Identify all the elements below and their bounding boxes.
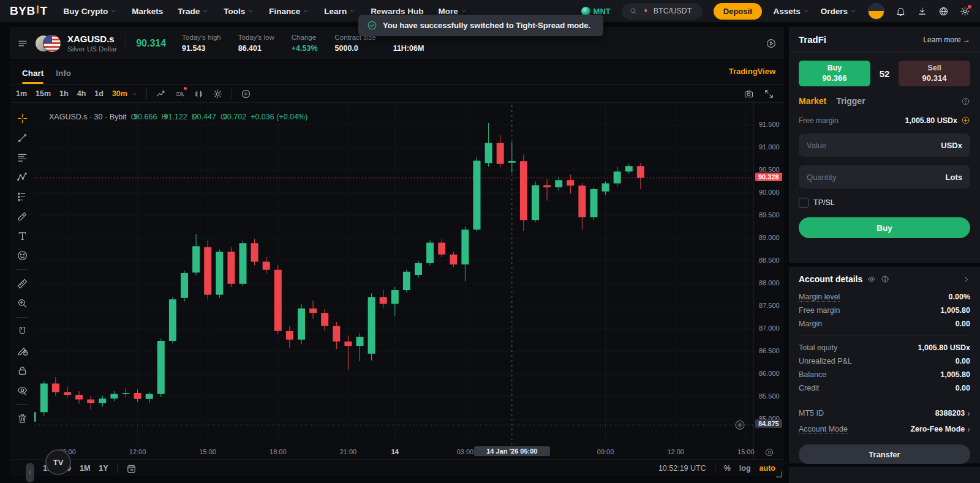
avatar[interactable]: [868, 3, 884, 20]
time-axis[interactable]: 09:0012:0015:0018:0021:001403:0009:0012:…: [10, 444, 784, 460]
account-row-value: 1,005.80: [940, 306, 970, 315]
account-row-label: Free margin: [799, 306, 840, 315]
deposit-button[interactable]: Deposit: [714, 3, 763, 20]
nav-item-label: Tools: [224, 7, 245, 16]
log-scale-button[interactable]: log: [739, 464, 751, 473]
account-row-label: Credit: [799, 384, 819, 392]
account-row-value: 8388203›: [935, 408, 970, 418]
fullscreen-icon[interactable]: [764, 89, 774, 99]
buy-submit-button[interactable]: Buy: [799, 217, 970, 238]
compare-icon[interactable]: [194, 89, 204, 99]
timeframe-4h[interactable]: 4h: [77, 89, 86, 98]
camera-icon[interactable]: [744, 89, 754, 99]
account-row-value: 1,005.80: [940, 370, 970, 379]
price-axis[interactable]: 91.50091.00090.50090.00089.50089.00088.5…: [753, 103, 785, 459]
account-row-account-mode: Account ModeZero-Fee Mode›: [799, 421, 970, 437]
gear-icon[interactable]: [960, 6, 970, 17]
chevron-right-icon[interactable]: [962, 275, 970, 283]
buy-price: 90.366: [823, 73, 847, 83]
help-icon[interactable]: [881, 275, 889, 283]
value-input[interactable]: Value USDx: [799, 133, 970, 157]
toast: You have successfully switched to Tight-…: [358, 15, 603, 36]
search-value: BTC/USDT: [654, 7, 692, 15]
nav-item-tools[interactable]: Tools: [224, 7, 254, 16]
orders-menu[interactable]: Orders: [821, 7, 857, 16]
chevron-down-icon: [850, 7, 857, 15]
symbol-menu-icon[interactable]: [17, 38, 28, 49]
stat-value: 11H:06M: [393, 44, 424, 53]
bell-icon[interactable]: [895, 6, 906, 17]
nav-item-trade[interactable]: Trade: [178, 7, 209, 16]
nav-item-finance[interactable]: Finance: [269, 7, 309, 16]
tpsl-checkbox[interactable]: [799, 198, 809, 208]
stat-value: 86.401: [238, 44, 274, 53]
order-type-tab-list: MarketTrigger: [799, 96, 865, 106]
chevron-down-icon[interactable]: [131, 91, 138, 97]
order-type-trigger[interactable]: Trigger: [836, 96, 865, 106]
nav-item-learn[interactable]: Learn: [324, 7, 356, 16]
download-icon[interactable]: [917, 6, 927, 17]
clock[interactable]: 10:52:19 UTC: [658, 464, 706, 473]
quantity-input-label: Quantity: [807, 173, 836, 182]
collapse-watchlist-button[interactable]: [26, 463, 34, 482]
go-to-date-icon[interactable]: [126, 463, 137, 474]
nav-item-buy-crypto[interactable]: Buy Crypto: [64, 7, 118, 16]
indicators-icon[interactable]: [175, 89, 185, 99]
chart-tabs: ChartInfo: [13, 61, 80, 84]
legend-l: L90.447: [192, 113, 216, 121]
transfer-button[interactable]: Transfer: [799, 444, 970, 464]
free-margin-value: 1,005.80 USDx: [905, 116, 957, 125]
chevron-right-icon[interactable]: ›: [967, 408, 970, 418]
add-circle-icon[interactable]: [241, 89, 251, 99]
account-row-label: Unrealized P&L: [799, 357, 852, 365]
account-row-value: Zero-Fee Mode›: [910, 424, 970, 434]
percent-scale-button[interactable]: %: [724, 464, 731, 473]
tab-info[interactable]: Info: [56, 61, 71, 84]
timeframe-15m[interactable]: 15m: [36, 89, 51, 98]
bybit-logo[interactable]: BYBIT: [10, 4, 48, 18]
symbol[interactable]: XAGUSD.s: [67, 34, 117, 44]
price-tick: 91.000: [759, 143, 780, 151]
nav-right: MNT BTC/USDT Deposit Assets Orders: [581, 3, 970, 20]
tab-chart[interactable]: Chart: [22, 61, 43, 84]
account-groups: Margin level0.00%Free margin1,005.80Marg…: [799, 290, 970, 437]
scroll-to-realtime-icon[interactable]: [764, 447, 774, 457]
timeframe-1h[interactable]: 1h: [59, 89, 69, 98]
legend-title[interactable]: XAGUSD.s · 30 · Bybit: [49, 113, 126, 121]
resize-corner[interactable]: [776, 471, 782, 477]
search-icon: [629, 7, 638, 15]
price-tick: 86.000: [759, 370, 780, 377]
help-icon[interactable]: [961, 97, 970, 106]
buy-sell-toggle: Buy 90.366 52 Sell 90.314: [799, 61, 970, 86]
stat-today-s-high: Today's high91.543: [182, 34, 221, 53]
nav-item-markets[interactable]: Markets: [132, 7, 163, 16]
auto-scale-button[interactable]: auto: [760, 464, 775, 473]
order-type-market[interactable]: Market: [799, 96, 826, 106]
time-tick: 21:00: [331, 448, 365, 455]
toast-message: You have successfully switched to Tight-…: [383, 21, 590, 30]
learn-more-link[interactable]: Learn more →: [923, 36, 970, 44]
chart-style-icon[interactable]: [156, 89, 166, 99]
chart-canvas[interactable]: [34, 105, 753, 444]
app: BYBIT Buy CryptoMarketsTradeToolsFinance…: [0, 0, 980, 483]
quantity-input[interactable]: Quantity Lots: [799, 165, 970, 189]
account-panel: Account details Margin level0.00%Free ma…: [789, 267, 980, 463]
buy-price-button[interactable]: Buy 90.366: [799, 61, 870, 86]
range-1Y[interactable]: 1Y: [99, 464, 108, 473]
add-funds-icon[interactable]: [961, 116, 970, 125]
chart-settings-icon[interactable]: [213, 89, 223, 99]
range-1M[interactable]: 1M: [80, 464, 90, 473]
timeframe-1d[interactable]: 1d: [94, 89, 104, 98]
account-row-value: 0.00: [956, 384, 970, 392]
timeframe-30m-active[interactable]: 30m: [112, 89, 127, 98]
tradingview-link[interactable]: TradingView: [729, 67, 775, 76]
account-row-value: 1,005.80 USDx: [918, 343, 970, 352]
play-circle-icon[interactable]: [766, 38, 777, 49]
search-input[interactable]: BTC/USDT: [622, 3, 703, 20]
timeframe-1m[interactable]: 1m: [16, 89, 27, 98]
sell-price-button[interactable]: Sell 90.314: [899, 61, 970, 86]
eye-icon[interactable]: [867, 275, 876, 283]
assets-menu[interactable]: Assets: [773, 7, 809, 16]
globe-icon[interactable]: [938, 6, 949, 17]
chevron-right-icon[interactable]: ›: [967, 424, 970, 434]
